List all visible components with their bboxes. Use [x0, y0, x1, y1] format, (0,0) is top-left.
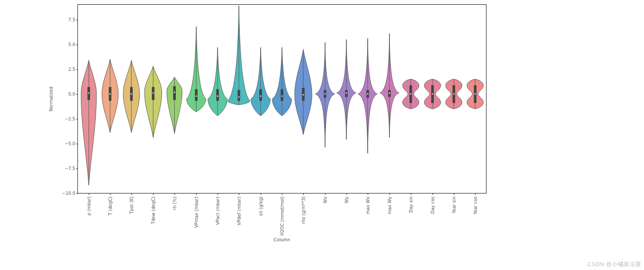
x-tick-label: Wy: [344, 197, 349, 203]
x-tick-label: p (mbar): [86, 197, 91, 216]
violin-whisker: [174, 77, 175, 133]
x-tick-label: Wx: [322, 197, 327, 203]
violin: [251, 5, 270, 193]
violin: [79, 5, 98, 193]
violin: [444, 5, 463, 193]
violin-median: [324, 93, 325, 95]
violin-median: [131, 93, 132, 95]
violin: [401, 5, 420, 193]
violin-whisker: [260, 47, 261, 116]
violin: [122, 5, 141, 193]
x-tick-label: max Wy: [387, 197, 392, 214]
x-tick-mark: [433, 193, 433, 195]
x-tick-label: VPdef (mbar): [237, 197, 242, 225]
violin-median: [432, 93, 433, 95]
x-tick-mark: [89, 193, 89, 195]
violin-whisker: [88, 60, 89, 185]
x-tick-mark: [110, 193, 111, 195]
x-tick-label: max Wx: [366, 197, 370, 214]
x-tick-mark: [454, 193, 454, 195]
violin-median: [453, 93, 454, 95]
violin-median: [152, 92, 154, 93]
x-tick-label: Day cos: [430, 197, 435, 214]
violin-median: [475, 93, 476, 95]
violin: [423, 5, 442, 193]
x-axis-label: Column: [274, 237, 290, 242]
violin: [337, 5, 356, 193]
violin: [186, 5, 205, 193]
violin-median: [88, 92, 89, 93]
violin: [208, 5, 227, 193]
violin-box: [173, 86, 176, 100]
x-tick-mark: [174, 193, 175, 195]
violin: [101, 5, 120, 193]
watermark-text: CSDN @小橘算法屋: [587, 260, 641, 268]
y-tick-label: 5.0: [60, 42, 75, 47]
x-tick-mark: [282, 193, 282, 195]
violin-median: [110, 93, 111, 95]
violin-median: [281, 95, 282, 97]
y-axis-label: Normalized: [49, 87, 54, 111]
x-tick-mark: [239, 193, 239, 195]
x-tick-mark: [303, 193, 304, 195]
x-tick-mark: [368, 193, 368, 195]
x-tick-mark: [218, 193, 218, 195]
x-tick-label: Year cos: [473, 197, 478, 214]
x-tick-label: VPact (mbar): [215, 197, 220, 225]
x-tick-label: Tdew (degC): [151, 197, 155, 224]
y-tick-label: −5.0: [60, 141, 75, 146]
y-tick-label: 0.0: [60, 92, 75, 97]
x-tick-label: rho (g/m**3): [301, 197, 306, 224]
x-tick-label: rh (%): [172, 197, 177, 210]
y-tick-label: 2.5: [60, 67, 75, 72]
x-tick-mark: [131, 193, 132, 195]
violin-whisker: [389, 33, 389, 137]
violin-median: [174, 91, 175, 93]
violin-whisker: [153, 66, 153, 137]
violin-median: [367, 93, 369, 95]
violin: [229, 5, 248, 193]
violin-whisker: [346, 40, 347, 140]
x-tick-label: T (degC): [108, 197, 113, 215]
violin: [358, 5, 377, 193]
x-tick-mark: [196, 193, 197, 195]
x-tick-mark: [346, 193, 347, 195]
x-tick-label: Day sin: [409, 197, 413, 213]
x-tick-label: H2OC (mmol/mol): [280, 197, 285, 236]
x-tick-label: Year sin: [451, 197, 456, 213]
x-tick-mark: [325, 193, 325, 195]
violin-median: [217, 95, 218, 97]
violin-whisker: [217, 47, 218, 116]
violin-median: [303, 94, 304, 96]
x-tick-label: Tpot (K): [129, 197, 134, 214]
violin-median: [238, 96, 240, 97]
violin-median: [410, 93, 412, 95]
x-tick-label: sh (g/kg): [258, 197, 263, 216]
chart-plot-area: Normalized −10.0−7.5−5.0−2.50.02.55.07.5…: [77, 4, 486, 193]
y-tick-label: 7.5: [60, 17, 75, 22]
violin: [272, 5, 292, 193]
y-tick-label: −2.5: [60, 117, 75, 121]
x-tick-label: VPmax (mbar): [194, 197, 198, 228]
violin: [380, 5, 399, 193]
x-tick-mark: [389, 193, 390, 195]
violin-median: [260, 95, 261, 97]
violin-whisker: [282, 47, 282, 116]
violin: [466, 5, 485, 193]
violin: [165, 5, 184, 193]
violin: [294, 5, 313, 193]
y-tick-label: −7.5: [60, 166, 75, 171]
x-tick-mark: [475, 193, 476, 195]
y-tick-label: −10.0: [60, 191, 75, 196]
violin-median: [195, 95, 197, 97]
violin-median: [346, 92, 347, 93]
violin-median: [389, 92, 390, 93]
x-tick-mark: [261, 193, 261, 195]
violin: [315, 5, 335, 193]
x-tick-mark: [411, 193, 411, 195]
x-tick-mark: [153, 193, 154, 195]
violin: [144, 5, 163, 193]
violin-box: [238, 90, 240, 101]
